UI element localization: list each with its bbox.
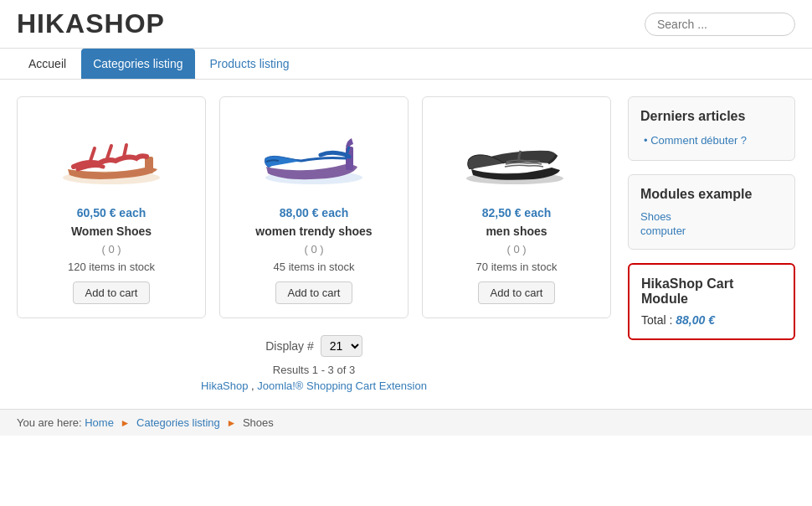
cart-module-box: HikaShop Cart Module Total : 88,00 € — [628, 263, 795, 340]
product-image-men-shoes — [450, 111, 583, 194]
footer-links: HikaShop , Joomla!® Shopping Cart Extens… — [17, 380, 611, 392]
cart-total: Total : 88,00 € — [641, 313, 782, 327]
product-image-women-trendy — [247, 111, 381, 194]
product-rating-women-shoes: ( 0 ) — [101, 243, 121, 256]
cart-total-label: Total : — [641, 313, 676, 327]
product-stock-men-shoes: 70 items in stock — [476, 261, 558, 273]
breadcrumb-home[interactable]: Home — [85, 416, 114, 429]
display-label: Display # — [265, 339, 314, 353]
derniers-articles-title: Derniers articles — [640, 109, 783, 124]
display-row: Display # 21 5 10 50 — [17, 335, 611, 357]
product-name-women-shoes: Women Shoes — [71, 225, 152, 238]
derniers-article-item-0[interactable]: Comment débuter ? — [644, 132, 783, 148]
product-card-women-trendy: 88,00 € each women trendy shoes ( 0 ) 45… — [219, 96, 409, 318]
search-input[interactable] — [645, 13, 795, 36]
modules-example-box: Modules example Shoes computer — [628, 174, 795, 250]
product-price-women-trendy: 88,00 € each — [280, 206, 349, 219]
nav-item-products[interactable]: Products listing — [198, 49, 301, 79]
add-to-cart-men-shoes[interactable]: Add to cart — [478, 281, 556, 304]
breadcrumb-prefix: You are here: — [17, 416, 82, 429]
nav-item-accueil[interactable]: Accueil — [17, 49, 78, 79]
nav-item-categories[interactable]: Categories listing — [81, 49, 194, 79]
breadcrumb-middle[interactable]: Categories listing — [136, 416, 220, 429]
derniers-articles-box: Derniers articles Comment débuter ? — [628, 96, 795, 161]
breadcrumb-current: Shoes — [243, 416, 274, 429]
product-rating-women-trendy: ( 0 ) — [304, 243, 323, 256]
svg-rect-1 — [145, 157, 153, 173]
header: HIKASHOP — [0, 0, 812, 49]
product-name-men-shoes: men shoes — [486, 225, 547, 238]
women-trendy-image — [255, 115, 373, 190]
breadcrumb-sep-2: ► — [226, 417, 236, 429]
products-grid: 60,50 € each Women Shoes ( 0 ) 120 items… — [17, 96, 611, 318]
modules-list: Shoes computer — [640, 210, 783, 237]
sidebar: Derniers articles Comment débuter ? Modu… — [628, 96, 795, 392]
results-text: Results 1 - 3 of 3 — [17, 364, 611, 376]
product-stock-women-shoes: 120 items in stock — [68, 261, 155, 273]
modules-title: Modules example — [640, 187, 783, 202]
breadcrumb: You are here: Home ► Categories listing … — [0, 409, 812, 436]
hikashop-link[interactable]: HikaShop — [201, 380, 248, 392]
product-price-women-shoes: 60,50 € each — [77, 206, 146, 219]
add-to-cart-women-trendy[interactable]: Add to cart — [275, 281, 353, 304]
module-computer-link[interactable]: computer — [640, 225, 783, 237]
products-area: 60,50 € each Women Shoes ( 0 ) 120 items… — [17, 96, 611, 392]
product-card-men-shoes: 82,50 € each men shoes ( 0 ) 70 items in… — [422, 96, 611, 318]
joomla-link[interactable]: Joomla!® Shopping Cart Extension — [257, 380, 427, 392]
product-stock-women-trendy: 45 items in stock — [274, 261, 355, 273]
cart-module-title: HikaShop Cart Module — [641, 276, 782, 307]
men-shoes-image — [458, 115, 575, 190]
derniers-articles-list: Comment débuter ? — [640, 132, 783, 148]
breadcrumb-sep-1: ► — [121, 417, 131, 429]
product-image-women-shoes — [44, 111, 178, 194]
main-layout: 60,50 € each Women Shoes ( 0 ) 120 items… — [0, 80, 812, 409]
product-rating-men-shoes: ( 0 ) — [506, 243, 526, 256]
product-price-men-shoes: 82,50 € each — [482, 206, 552, 219]
display-select[interactable]: 21 5 10 50 — [321, 335, 362, 357]
cart-total-amount: 88,00 € — [676, 313, 715, 327]
logo: HIKASHOP — [17, 8, 165, 39]
add-to-cart-women-shoes[interactable]: Add to cart — [73, 281, 151, 304]
product-name-women-trendy: women trendy shoes — [255, 225, 372, 238]
women-shoes-image — [53, 115, 170, 190]
module-shoes-link[interactable]: Shoes — [640, 210, 783, 223]
main-nav: Accueil Categories listing Products list… — [0, 49, 812, 80]
product-card-women-shoes: 60,50 € each Women Shoes ( 0 ) 120 items… — [17, 96, 206, 318]
